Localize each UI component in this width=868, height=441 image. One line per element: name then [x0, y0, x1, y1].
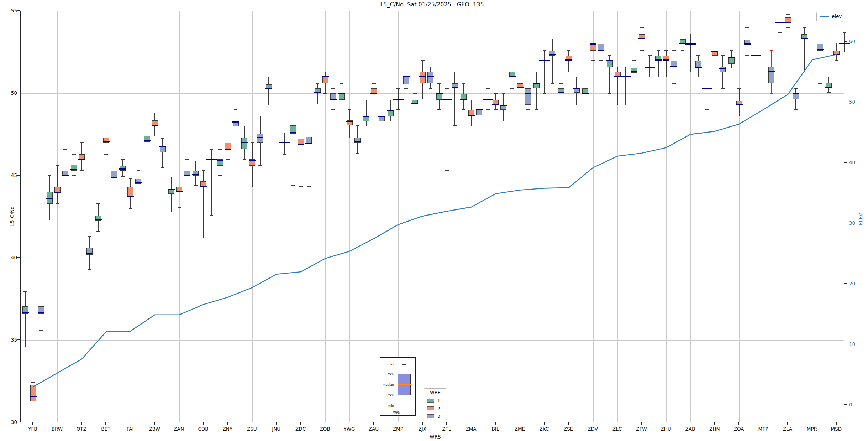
- elev-line: [21, 11, 845, 422]
- x-tick-label-zob: ZOB: [320, 426, 330, 432]
- y-tick-label: 35: [11, 337, 17, 343]
- y2-tick-label: 40: [849, 160, 855, 165]
- x-tick: [714, 422, 715, 425]
- y-tick-label: 55: [11, 8, 17, 14]
- y2-tick-label: 30: [849, 220, 855, 226]
- x-tick-label-zdv: ZDV: [588, 426, 598, 432]
- x-tick: [57, 422, 58, 425]
- x-tick-label-zhu: ZHU: [661, 426, 671, 432]
- x-tick: [105, 422, 106, 425]
- x-tick: [544, 422, 545, 425]
- y2-tick-label: 60: [849, 38, 855, 44]
- x-tick: [349, 422, 350, 425]
- x-tick-label-zbw: ZBW: [149, 426, 160, 432]
- x-tick: [666, 422, 666, 425]
- x-tick: [495, 422, 496, 425]
- x-tick-label-zme: ZME: [515, 426, 525, 432]
- x-tick-label-mpr: MPR: [807, 426, 817, 432]
- y-tick-label: 30: [11, 419, 17, 425]
- y-tick-label: 45: [11, 172, 17, 178]
- y-tick: [17, 339, 20, 340]
- y2-tick-label: 0: [849, 402, 852, 408]
- x-tick-label-zau: ZAU: [369, 426, 379, 432]
- x-tick: [227, 422, 228, 425]
- y-tick: [17, 175, 20, 176]
- plot-area: [20, 11, 844, 422]
- y-tick: [17, 422, 20, 422]
- x-tick-label-zan: ZAN: [174, 426, 184, 432]
- chart-title: L5_C/No: Sat 01/25/2025 - GEO: 135: [380, 1, 484, 8]
- y2-tick-label: 50: [849, 99, 855, 105]
- x-tick-label-zdc: ZDC: [295, 426, 306, 432]
- x-tick: [203, 422, 204, 425]
- x-tick-label-jnu: JNU: [272, 426, 280, 432]
- x-tick: [422, 422, 423, 425]
- y2-tick: [844, 41, 847, 42]
- x-tick-label-ztl: ZTL: [442, 426, 451, 432]
- x-tick: [325, 422, 325, 425]
- y2-tick: [844, 283, 847, 284]
- x-tick: [471, 422, 472, 425]
- x-axis-label: WRS: [430, 434, 441, 440]
- x-tick: [787, 422, 788, 425]
- y2-tick: [844, 344, 847, 344]
- x-tick: [836, 422, 837, 425]
- x-tick-label-yfb: YFB: [28, 426, 37, 432]
- x-tick-label-zmp: ZMP: [393, 426, 403, 432]
- x-tick: [617, 422, 617, 425]
- x-tick-label-zab: ZAB: [685, 426, 695, 432]
- y2-tick: [844, 223, 847, 223]
- x-tick: [252, 422, 252, 425]
- y-tick-label: 40: [11, 255, 17, 260]
- x-tick-label-zlc: ZLC: [612, 426, 622, 432]
- y2-tick-label: 20: [849, 281, 855, 286]
- x-tick-label-bil: BIL: [492, 426, 499, 432]
- x-tick: [690, 422, 691, 425]
- x-tick-label-zla: ZLA: [783, 426, 792, 432]
- y-axis-label: L5_C/No: [9, 206, 15, 226]
- y2-axis-label: ELEV: [858, 213, 863, 225]
- x-tick-label-brw: BRW: [52, 426, 63, 432]
- x-tick: [300, 422, 301, 425]
- x-tick: [738, 422, 739, 425]
- x-tick: [32, 422, 33, 425]
- x-tick: [446, 422, 447, 425]
- figure: L5_C/No: Sat 01/25/2025 - GEO: 135 L5_C/…: [0, 0, 868, 441]
- x-tick-label-zny: ZNY: [223, 426, 233, 432]
- x-tick-label-zhn: ZHN: [709, 426, 720, 432]
- x-tick-label-cdb: CDB: [198, 426, 208, 432]
- y-tick: [17, 10, 20, 11]
- x-tick: [593, 422, 593, 425]
- x-tick: [398, 422, 399, 425]
- y-tick: [17, 93, 20, 93]
- x-tick: [154, 422, 155, 425]
- y-tick-label: 50: [11, 90, 17, 96]
- x-tick: [568, 422, 569, 425]
- x-tick-label-mtp: MTP: [758, 426, 768, 432]
- x-tick-label-zse: ZSE: [564, 426, 573, 432]
- y-tick: [17, 257, 20, 258]
- y2-tick: [844, 404, 847, 405]
- y2-tick-label: 10: [849, 341, 855, 347]
- x-tick: [81, 422, 82, 425]
- y2-tick: [844, 102, 847, 102]
- x-tick-label-otz: OTZ: [77, 426, 86, 432]
- x-tick-label-zjx: ZJX: [418, 426, 426, 432]
- x-tick-label-zma: ZMA: [465, 426, 476, 432]
- x-tick: [179, 422, 179, 425]
- x-tick-label-msd: MSD: [831, 426, 842, 432]
- x-tick-label-bet: BET: [101, 426, 110, 432]
- x-tick-label-zoa: ZOA: [734, 426, 744, 432]
- x-tick-label-zkc: ZKC: [539, 426, 549, 432]
- x-tick: [130, 422, 131, 425]
- x-tick-label-ywg: YWG: [343, 426, 355, 432]
- y2-tick: [844, 162, 847, 163]
- x-tick-label-zfw: ZFW: [636, 426, 647, 432]
- x-tick-label-zsu: ZSU: [247, 426, 257, 432]
- x-tick: [520, 422, 520, 425]
- x-tick: [812, 422, 812, 425]
- x-tick: [641, 422, 642, 425]
- x-tick-label-fai: FAI: [127, 426, 134, 432]
- x-tick: [373, 422, 374, 425]
- x-tick: [276, 422, 277, 425]
